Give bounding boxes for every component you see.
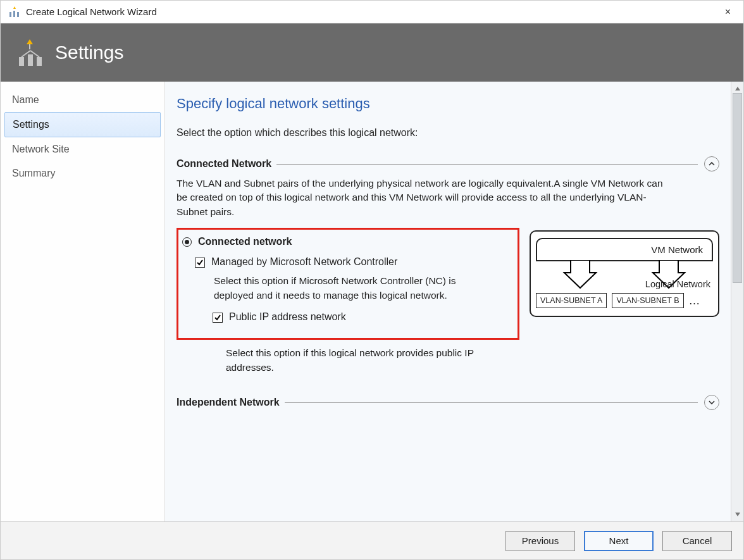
network-diagram: VM Network — [530, 230, 719, 317]
managed-desc: Select this option if Microsoft Network … — [214, 274, 486, 302]
content-panel: Specify logical network settings Select … — [165, 82, 731, 521]
svg-rect-5 — [29, 44, 30, 49]
wizard-header: Settings — [1, 23, 743, 82]
section-independent-header: Independent Network — [177, 395, 719, 410]
sidebar-item-name[interactable]: Name — [4, 88, 161, 112]
close-icon[interactable]: × — [720, 4, 736, 20]
svg-marker-12 — [735, 513, 740, 516]
window-title: Create Logical Network Wizard — [26, 6, 157, 17]
radio-connected-network[interactable] — [182, 237, 192, 247]
radio-dot-icon — [185, 240, 189, 244]
section-independent-title: Independent Network — [177, 397, 280, 408]
highlight-box: Connected network Managed by Microsoft N… — [177, 228, 519, 340]
section-connected-desc: The VLAN and Subnet pairs of the underly… — [177, 177, 676, 219]
divider — [285, 402, 698, 403]
next-button[interactable]: Next — [584, 531, 654, 551]
page-heading: Specify logical network settings — [177, 96, 719, 112]
previous-button[interactable]: Previous — [505, 531, 575, 551]
checkmark-icon — [214, 314, 221, 321]
chevron-down-icon — [708, 399, 716, 406]
sidebar-item-settings[interactable]: Settings — [4, 112, 161, 137]
divider — [276, 164, 698, 165]
checkbox-public-ip[interactable] — [213, 313, 223, 323]
diagram-vlan-b: VLAN-SUBNET B — [612, 293, 683, 308]
vertical-scrollbar[interactable] — [731, 82, 743, 521]
section-connected-title: Connected Network — [177, 158, 271, 170]
expand-independent-button[interactable] — [704, 395, 719, 410]
app-icon — [8, 6, 21, 18]
svg-rect-8 — [37, 57, 42, 66]
chevron-up-icon — [708, 160, 716, 168]
section-connected-header: Connected Network — [177, 156, 719, 171]
scrollbar-thumb[interactable] — [733, 93, 742, 283]
collapse-connected-button[interactable] — [704, 156, 719, 171]
sidebar-item-network-site[interactable]: Network Site — [4, 137, 161, 161]
diagram-vlan-a: VLAN-SUBNET A — [536, 293, 607, 308]
wizard-window: Create Logical Network Wizard × Settings… — [0, 0, 744, 560]
wizard-sidebar: Name Settings Network Site Summary — [1, 82, 165, 521]
sidebar-item-summary[interactable]: Summary — [4, 161, 161, 185]
header-icon — [16, 38, 45, 67]
checkbox-managed-label: Managed by Microsoft Network Controller — [211, 256, 397, 268]
svg-rect-2 — [13, 11, 15, 17]
svg-marker-4 — [27, 39, 33, 44]
scroll-down-icon[interactable] — [733, 510, 742, 519]
scrollbar-track[interactable] — [731, 93, 743, 510]
svg-rect-6 — [19, 57, 24, 66]
wizard-footer: Previous Next Cancel — [1, 521, 743, 559]
diagram-vm-box: VM Network — [536, 238, 713, 261]
svg-rect-7 — [28, 54, 33, 66]
checkmark-icon — [196, 259, 204, 266]
diagram-ellipsis: … — [689, 294, 702, 308]
svg-marker-11 — [735, 87, 740, 90]
instruction-text: Select the option which describes this l… — [177, 127, 719, 139]
checkbox-managed-by-nc[interactable] — [195, 258, 205, 268]
cancel-button[interactable]: Cancel — [662, 531, 732, 551]
checkbox-public-label: Public IP address network — [229, 311, 346, 323]
header-title: Settings — [55, 42, 123, 63]
public-desc: Select this option if this logical netwo… — [226, 346, 498, 375]
svg-rect-3 — [17, 12, 19, 17]
svg-rect-1 — [9, 12, 11, 17]
svg-marker-0 — [13, 6, 16, 9]
radio-connected-label: Connected network — [198, 236, 292, 247]
titlebar: Create Logical Network Wizard × — [1, 1, 743, 23]
scroll-up-icon[interactable] — [733, 84, 742, 93]
diagram-arrow-icon — [561, 260, 599, 290]
